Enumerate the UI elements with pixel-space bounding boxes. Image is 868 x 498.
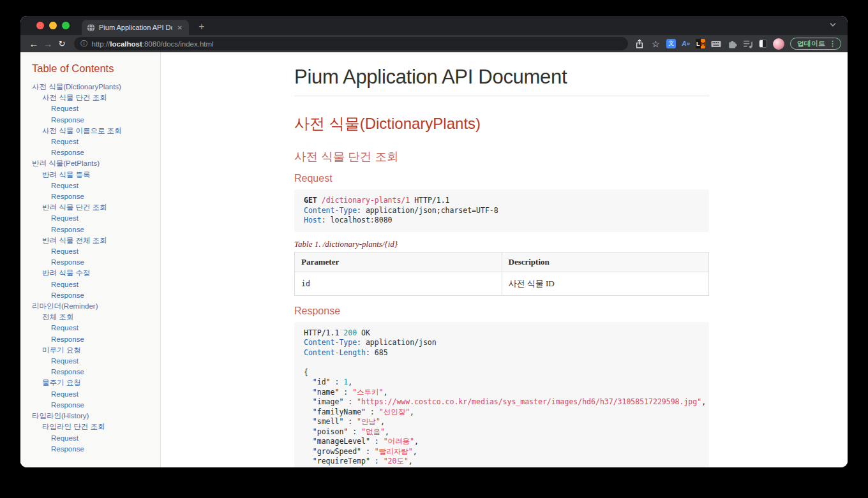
toc-link[interactable]: Response [32,367,155,377]
browser-menu-dots-icon[interactable]: ⋮ [829,40,836,48]
toc-link[interactable]: 반려 식물 등록 [32,170,155,180]
profile-avatar[interactable] [773,38,784,50]
browser-toolbar: ← → ↻ ⓘ http://localhost:8080/docs/index… [20,35,848,52]
toc-link[interactable]: Response [32,290,155,301]
toc-link[interactable]: Response [32,147,155,158]
toc-link[interactable]: Request [32,103,155,114]
toc-link[interactable]: 리마인더(Reminder) [32,301,155,312]
toolbar-icons: ☆ 文 A» LH 업데이트 ⋮ [634,38,841,50]
site-info-icon[interactable]: ⓘ [80,39,88,48]
section-heading-dictionary-plants: 사전 식물(DictionaryPlants) [294,114,709,134]
toc-link[interactable]: Request [32,356,155,367]
toc-link[interactable]: Response [32,224,155,235]
request-heading: Request [294,173,709,184]
browser-window: Pium Application API Documen ✕ + ← → ↻ ⓘ… [20,16,848,467]
voice-reader-extension-icon[interactable]: A» [682,40,690,47]
toc-link[interactable]: Request [32,389,155,400]
code-line: "minimumTemp" : "0도", [304,467,700,468]
code-line: "id" : 1, [304,377,700,388]
toc-link[interactable]: 타임라인(History) [32,411,155,421]
toc-link[interactable]: Request [32,323,155,333]
update-button[interactable]: 업데이트 ⋮ [790,38,841,50]
extensions-puzzle-icon[interactable] [727,39,737,49]
page-title: Pium Application API Document [294,66,709,96]
parameter-cell: id [295,272,502,295]
window-controls [36,22,70,29]
code-line: "smell" : "안남", [304,417,700,427]
tab-strip: Pium Application API Documen ✕ + [20,16,848,35]
lh-extension-icon[interactable]: LH [696,39,705,48]
translate-extension-icon[interactable]: 文 [666,39,676,48]
table-of-contents: Table of Contents 사전 식물(DictionaryPlants… [20,52,161,467]
response-heading: Response [294,305,709,317]
toc-link[interactable]: 반려 식물(PetPlants) [32,158,155,169]
column-header-parameter: Parameter [295,252,502,272]
new-tab-button[interactable]: + [194,19,209,34]
code-line: Content-Length: 685 [304,348,700,358]
toc-link[interactable]: 물주기 요청 [32,377,155,388]
web-page: Table of Contents 사전 식물(DictionaryPlants… [20,52,848,467]
code-line: "name" : "스투키", [304,388,700,398]
toc-link[interactable]: Request [32,433,155,444]
toc-link[interactable]: Response [32,257,155,268]
toc-link[interactable]: 전체 조회 [32,312,155,323]
code-line: "image" : "https://www.costco.co.kr/medi… [304,397,700,407]
toc-link[interactable]: Request [32,180,155,191]
code-line: "growSpeed" : "빨리자람", [304,447,700,457]
document-content: Pium Application API Document 사전 식물(Dict… [161,52,848,467]
toc-link[interactable]: 사전 식물(DictionaryPlants) [32,82,155,92]
subsection-heading-single-lookup: 사전 식물 단건 조회 [294,149,709,165]
toc-link[interactable]: 미루기 요청 [32,345,155,356]
keyboard-extension-icon[interactable] [711,39,721,49]
toc-link[interactable]: 사전 식물 단건 조회 [32,92,155,103]
description-cell: 사전 식물 ID [502,272,709,295]
playlist-extension-icon[interactable] [743,39,753,49]
toc-link[interactable]: 사전 식물 이름으로 조회 [32,126,155,136]
toc-link[interactable]: Response [32,400,155,411]
toc-link[interactable]: 반려 식물 전체 조회 [32,235,155,246]
dark-mode-extension-icon[interactable] [759,40,767,48]
code-line: Host: localhost:8080 [304,216,700,226]
zoom-window-button[interactable] [62,22,70,29]
toc-link[interactable]: 반려 식물 수정 [32,268,155,279]
code-line: "poison" : "없음", [304,427,700,437]
toc-link[interactable]: Response [32,444,155,455]
toc-link[interactable]: Request [32,246,155,257]
toc-link[interactable]: Request [32,279,155,290]
toc-link[interactable]: Response [32,191,155,202]
browser-tab[interactable]: Pium Application API Documen ✕ [82,20,189,35]
table-caption: Table 1. /dictionary-plants/{id} [294,239,709,249]
code-line: HTTP/1.1 200 OK [304,328,700,339]
back-button[interactable]: ← [27,36,41,52]
response-code-block: HTTP/1.1 200 OKContent-Type: application… [294,322,709,468]
share-icon[interactable] [634,39,645,49]
code-line: GET /dictionary-plants/1 HTTP/1.1 [304,196,700,206]
code-line: "familyName" : "선인장", [304,407,700,418]
toc-link[interactable]: 타임라인 단건 조회 [32,421,155,432]
globe-favicon-icon [87,24,95,32]
tab-search-chevron-icon[interactable] [830,22,836,27]
toc-link[interactable]: Request [32,136,155,147]
table-row: id 사전 식물 ID [295,272,709,295]
bookmark-star-icon[interactable]: ☆ [650,39,661,49]
toc-link[interactable]: Response [32,115,155,126]
code-line [304,358,700,368]
toc-link[interactable]: Request [32,213,155,224]
table-header-row: Parameter Description [295,252,709,272]
address-bar[interactable]: ⓘ http://localhost:8080/docs/index.html [74,37,628,50]
toc-list: 사전 식물(DictionaryPlants)사전 식물 단건 조회Reques… [32,82,155,455]
close-window-button[interactable] [36,22,44,29]
request-code-block: GET /dictionary-plants/1 HTTP/1.1Content… [294,189,709,232]
path-parameters-table: Parameter Description id 사전 식물 ID [294,252,709,296]
minimize-window-button[interactable] [49,22,57,29]
code-line: "requireTemp" : "20도", [304,457,700,467]
tab-close-icon[interactable]: ✕ [176,24,184,31]
reload-button[interactable]: ↻ [55,36,69,52]
code-line: "manageLevel" : "어려움", [304,437,700,447]
url-text: http://localhost:8080/docs/index.html [92,40,214,48]
forward-button[interactable]: → [41,36,55,52]
column-header-description: Description [502,252,709,272]
toc-link[interactable]: 반려 식물 단건 조회 [32,202,155,213]
code-line: Content-Type: application/json [304,338,700,348]
toc-link[interactable]: Response [32,334,155,345]
